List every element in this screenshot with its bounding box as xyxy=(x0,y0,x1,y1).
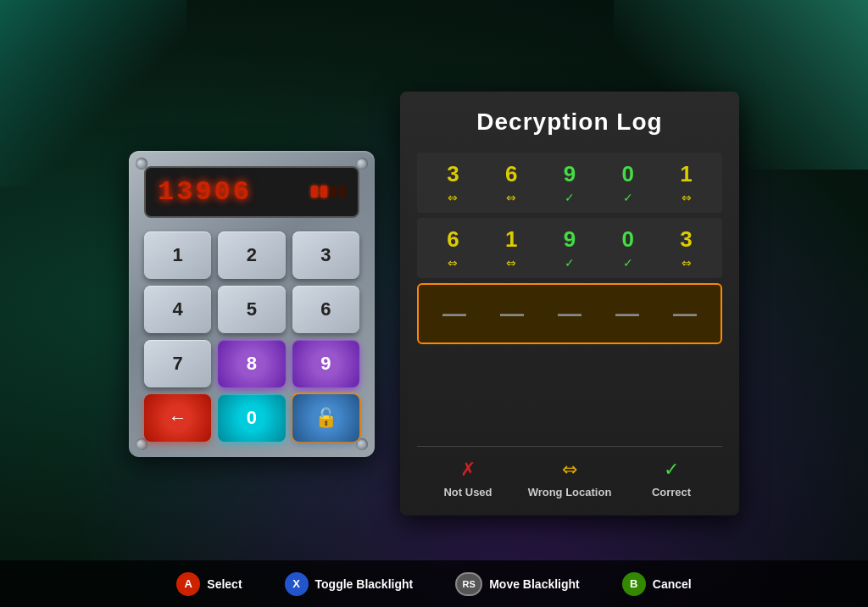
key-1[interactable]: 1 xyxy=(144,231,211,279)
legend-not-used: ✗ Not Used xyxy=(417,459,519,498)
active-cell-2: — xyxy=(483,300,541,327)
cell-2-3-number: 9 xyxy=(564,226,576,253)
log-row-2: 6 ⇔ 1 ⇔ 9 ✓ 0 ✓ 3 ⇔ xyxy=(417,218,722,278)
a-badge: A xyxy=(176,572,200,596)
cell-1-1-icon: ⇔ xyxy=(448,191,458,204)
not-used-icon: ✗ xyxy=(460,459,476,481)
keypad-panel: 13906 1 2 3 4 5 6 7 8 9 ← 0 🔓 xyxy=(129,151,375,457)
cancel-label: Cancel xyxy=(653,577,692,591)
select-label: Select xyxy=(207,577,242,591)
btn-hint-cancel: B Cancel xyxy=(622,572,692,596)
cell-1-2-number: 6 xyxy=(505,161,517,187)
move-label: Move Blacklight xyxy=(489,577,580,591)
display-indicator xyxy=(311,186,346,198)
active-cell-5: — xyxy=(656,300,714,327)
screw-tl xyxy=(136,158,147,170)
cell-2-2: 1 ⇔ xyxy=(482,226,541,270)
cell-2-5: 3 ⇔ xyxy=(657,226,715,270)
decryption-panel: Decryption Log 3 ⇔ 6 ⇔ 9 ✓ 0 ✓ 1 ⇔ xyxy=(400,92,739,515)
main-container: 13906 1 2 3 4 5 6 7 8 9 ← 0 🔓 Decryption… xyxy=(0,0,868,607)
cell-1-2-icon: ⇔ xyxy=(506,191,516,204)
display-digits: 13906 xyxy=(158,176,252,208)
cell-2-4-number: 0 xyxy=(622,226,634,253)
cell-2-1: 6 ⇔ xyxy=(424,226,482,270)
wrong-location-icon: ⇔ xyxy=(562,459,577,481)
keypad-grid: 1 2 3 4 5 6 7 8 9 ← 0 🔓 xyxy=(144,231,359,442)
cell-2-5-number: 3 xyxy=(680,226,692,253)
cell-2-4-icon: ✓ xyxy=(623,256,633,270)
screw-tr xyxy=(356,158,368,170)
active-cell-4: — xyxy=(598,300,656,327)
log-row-1: 3 ⇔ 6 ⇔ 9 ✓ 0 ✓ 1 ⇔ xyxy=(417,153,722,213)
legend-correct: ✓ Correct xyxy=(620,459,722,498)
active-dash-2: — xyxy=(500,300,524,327)
cell-1-3-icon: ✓ xyxy=(565,191,575,204)
legend: ✗ Not Used ⇔ Wrong Location ✓ Correct xyxy=(417,446,722,498)
cell-1-4: 0 ✓ xyxy=(598,161,657,204)
active-input-row: — — — — — xyxy=(417,283,722,344)
bottom-bar: A Select X Toggle Blacklight RS Move Bla… xyxy=(0,560,868,607)
key-6[interactable]: 6 xyxy=(292,286,359,333)
active-dash-5: — xyxy=(673,300,697,327)
cell-1-1: 3 ⇔ xyxy=(424,161,482,204)
key-9[interactable]: 9 xyxy=(292,340,359,387)
key-2[interactable]: 2 xyxy=(218,231,285,279)
active-dash-3: — xyxy=(558,300,581,327)
ind-1 xyxy=(320,186,327,198)
cell-2-1-icon: ⇔ xyxy=(448,256,458,270)
ind-0 xyxy=(311,186,318,198)
empty-space xyxy=(417,349,722,446)
cell-2-3-icon: ✓ xyxy=(565,256,575,270)
cell-1-4-number: 0 xyxy=(622,161,634,187)
cell-2-4: 0 ✓ xyxy=(598,226,657,270)
screw-br xyxy=(356,438,368,450)
ind-2 xyxy=(330,186,337,198)
key-4[interactable]: 4 xyxy=(144,286,211,333)
key-5[interactable]: 5 xyxy=(218,286,285,333)
blacklight-label: Toggle Blacklight xyxy=(315,577,414,591)
key-lock[interactable]: 🔓 xyxy=(292,394,359,442)
wrong-location-label: Wrong Location xyxy=(528,486,612,498)
ind-3 xyxy=(339,186,346,198)
cell-1-5-number: 1 xyxy=(680,161,692,187)
display-area: 13906 xyxy=(144,166,359,218)
cell-1-5: 1 ⇔ xyxy=(657,161,715,204)
key-3[interactable]: 3 xyxy=(292,231,359,279)
btn-hint-blacklight: X Toggle Blacklight xyxy=(285,572,414,596)
cell-1-4-icon: ✓ xyxy=(623,191,633,204)
active-dash-1: — xyxy=(442,300,466,327)
cell-2-3: 9 ✓ xyxy=(541,226,599,270)
x-badge: X xyxy=(285,572,309,596)
legend-wrong-location: ⇔ Wrong Location xyxy=(519,459,620,498)
btn-hint-select: A Select xyxy=(176,572,242,596)
rs-badge: RS xyxy=(455,572,482,596)
b-badge: B xyxy=(622,572,646,596)
cell-1-1-number: 3 xyxy=(447,161,459,187)
key-backspace[interactable]: ← xyxy=(144,394,211,442)
cell-1-2: 6 ⇔ xyxy=(482,161,541,204)
key-8[interactable]: 8 xyxy=(218,340,285,387)
active-dash-4: — xyxy=(615,300,639,327)
cell-2-2-icon: ⇔ xyxy=(506,256,516,270)
cell-1-3: 9 ✓ xyxy=(541,161,599,204)
cell-1-5-icon: ⇔ xyxy=(682,191,692,204)
key-0[interactable]: 0 xyxy=(218,394,285,442)
dec-title: Decryption Log xyxy=(417,109,722,136)
cell-2-2-number: 1 xyxy=(505,226,517,253)
cell-1-3-number: 9 xyxy=(564,161,576,187)
active-cell-1: — xyxy=(426,300,483,327)
key-7[interactable]: 7 xyxy=(144,340,211,387)
correct-label: Correct xyxy=(652,486,691,498)
btn-hint-move: RS Move Blacklight xyxy=(455,572,580,596)
not-used-label: Not Used xyxy=(443,486,492,498)
correct-icon: ✓ xyxy=(664,459,679,481)
cell-2-1-number: 6 xyxy=(447,226,459,253)
active-cell-3: — xyxy=(541,300,598,327)
cell-2-5-icon: ⇔ xyxy=(682,256,692,270)
